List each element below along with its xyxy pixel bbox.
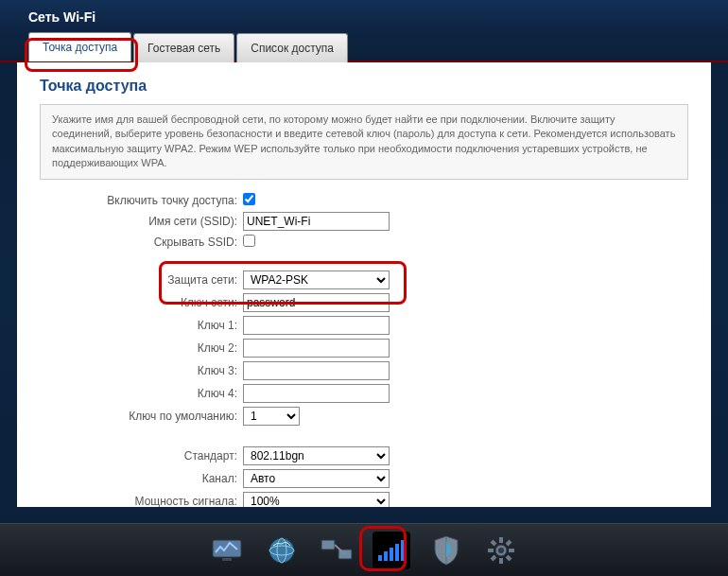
svg-rect-8 bbox=[378, 555, 382, 561]
tab-access-point[interactable]: Точка доступа bbox=[28, 32, 131, 61]
svg-point-22 bbox=[498, 548, 504, 553]
checkbox-enable-ap[interactable] bbox=[243, 193, 255, 205]
label-channel: Канал: bbox=[40, 472, 243, 485]
nav-shield-icon[interactable] bbox=[427, 532, 465, 569]
nav-wifi-bars-icon[interactable] bbox=[373, 532, 410, 569]
checkbox-hide-ssid[interactable] bbox=[243, 235, 255, 247]
select-security[interactable]: WPA2-PSK bbox=[243, 271, 390, 289]
input-key4[interactable] bbox=[243, 384, 390, 403]
svg-point-2 bbox=[269, 538, 294, 563]
input-network-key[interactable] bbox=[243, 293, 390, 312]
bottom-nav bbox=[0, 523, 728, 576]
label-key4: Ключ 4: bbox=[40, 387, 243, 400]
label-enable-ap: Включить точку доступа: bbox=[40, 194, 243, 207]
label-power: Мощность сигнала: bbox=[40, 495, 243, 507]
input-key1[interactable] bbox=[243, 316, 390, 335]
page-title: Точка доступа bbox=[40, 78, 688, 95]
label-network-key: Ключ сети: bbox=[40, 296, 243, 309]
content-panel: Точка доступа Укажите имя для вашей бесп… bbox=[17, 62, 711, 507]
label-key1: Ключ 1: bbox=[40, 319, 243, 332]
label-default-key: Ключ по умолчанию: bbox=[40, 410, 243, 423]
select-power[interactable]: 100% bbox=[243, 492, 390, 507]
input-key2[interactable] bbox=[243, 339, 390, 358]
tab-guest-network[interactable]: Гостевая сеть bbox=[133, 33, 234, 62]
label-hide-ssid: Скрывать SSID: bbox=[40, 236, 243, 249]
svg-line-19 bbox=[507, 556, 511, 560]
page-description: Укажите имя для вашей беспроводной сети,… bbox=[40, 104, 688, 180]
label-security: Защита сети: bbox=[40, 273, 243, 287]
select-channel[interactable]: Авто bbox=[243, 469, 390, 488]
nav-gear-icon[interactable] bbox=[482, 532, 520, 569]
svg-rect-10 bbox=[390, 548, 393, 561]
svg-line-20 bbox=[492, 556, 495, 560]
input-ssid[interactable] bbox=[243, 212, 390, 231]
input-key3[interactable] bbox=[243, 361, 390, 380]
page-header-title: Сеть Wi-Fi bbox=[0, 0, 728, 30]
svg-line-18 bbox=[492, 541, 495, 545]
select-standard[interactable]: 802.11bgn bbox=[243, 446, 390, 465]
svg-rect-1 bbox=[222, 558, 232, 561]
label-standard: Стандарт: bbox=[40, 449, 243, 463]
svg-line-21 bbox=[507, 541, 511, 545]
nav-monitor-icon[interactable] bbox=[208, 532, 246, 569]
label-key2: Ключ 2: bbox=[40, 341, 243, 355]
label-ssid: Имя сети (SSID): bbox=[40, 215, 243, 228]
svg-rect-9 bbox=[384, 551, 388, 561]
svg-rect-11 bbox=[395, 544, 399, 561]
select-default-key[interactable]: 1 bbox=[243, 407, 300, 426]
svg-rect-12 bbox=[401, 540, 405, 561]
nav-network-icon[interactable] bbox=[318, 532, 355, 569]
svg-rect-5 bbox=[321, 540, 335, 550]
settings-form: Включить точку доступа: Имя сети (SSID):… bbox=[40, 193, 688, 507]
nav-globe-icon[interactable] bbox=[263, 532, 301, 569]
tab-access-list[interactable]: Список доступа bbox=[236, 33, 348, 62]
label-key3: Ключ 3: bbox=[40, 364, 243, 377]
tab-bar: Точка доступа Гостевая сеть Список досту… bbox=[0, 30, 728, 62]
